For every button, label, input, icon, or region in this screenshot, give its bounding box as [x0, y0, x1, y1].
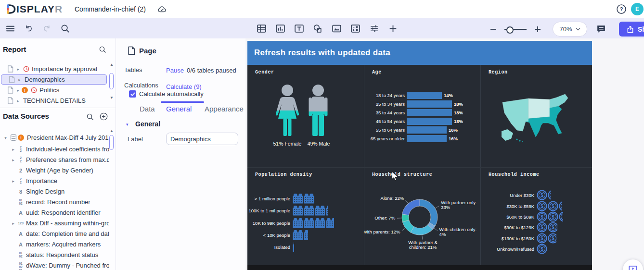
- variable-individual-level-coefficients-from[interactable]: ▸22Individual-level coefficients from: [0, 144, 109, 154]
- logo-d-mark: [5, 3, 16, 15]
- variable-date-completion-time-and-date[interactable]: Adate: Completion time and date: [0, 229, 109, 239]
- insert-shape-button[interactable]: [311, 22, 324, 35]
- report-item-importance-by-approval[interactable]: ▸Importance by approval: [0, 64, 109, 74]
- expand-chevron-icon[interactable]: ▸: [14, 98, 22, 103]
- variable-max-diff-assuming-within-grou[interactable]: ▸123Max Diff - assuming within-grou: [0, 218, 109, 228]
- age-widget[interactable]: Age 18 to 24 years14%25 to 34 years18%35…: [364, 65, 480, 167]
- expand-chevron-icon[interactable]: ▸: [10, 147, 17, 152]
- share-button[interactable]: Share: [619, 22, 644, 37]
- report-item-label: TECHNICAL DETAILS: [23, 97, 109, 104]
- expand-chevron-icon[interactable]: ▸: [14, 67, 22, 72]
- svg-text:$: $: [541, 193, 543, 198]
- tab-appearance[interactable]: Appearance: [205, 105, 244, 113]
- dollar-coin-icon: $: [537, 190, 547, 200]
- calculate-automatically-checkbox[interactable]: [129, 90, 136, 98]
- 60k-to-89k-row: $60K to $89K$$$: [481, 211, 563, 222]
- document-title[interactable]: Commander-in-chief (2): [75, 5, 146, 13]
- category-label: Unknown/Refused: [481, 246, 537, 252]
- tab-general[interactable]: General: [166, 105, 192, 113]
- age-bar-row: 18 to 24 years14%: [364, 91, 453, 99]
- zoom-slider[interactable]: [504, 29, 527, 30]
- text-variable-icon: A: [17, 231, 25, 237]
- scroll-up-arrow[interactable]: ▲: [110, 129, 114, 133]
- female-figure: [276, 85, 299, 136]
- zoom-level-dropdown[interactable]: 70%: [553, 22, 587, 37]
- filters-button[interactable]: [368, 22, 380, 35]
- dollar-coin-icon: $: [559, 211, 563, 222]
- variable-markers-acquired-markers[interactable]: Amarkers: Acquired markers: [0, 239, 109, 249]
- variable-label: uuid: Respondent identifier: [26, 209, 109, 216]
- age-bar: [407, 126, 447, 134]
- insert-text-button[interactable]: [293, 22, 305, 35]
- scroll-up-arrow[interactable]: ▲: [110, 63, 114, 67]
- category-label: 10K to 99K people: [247, 221, 293, 226]
- add-data-source-icon[interactable]: [100, 112, 108, 121]
- svg-text:$: $: [541, 246, 543, 252]
- household-income-widget[interactable]: Household income Under $30K$$$30K to $59…: [481, 167, 592, 265]
- variable-label: status: Respondent status: [26, 251, 109, 258]
- insert-calculation-button[interactable]: [349, 22, 361, 35]
- donut-segment-with-partner-only[interactable]: [420, 199, 438, 226]
- tables-paused-status: 0/6 tables paused: [187, 67, 236, 74]
- collapse-chevron-icon[interactable]: ▾: [2, 135, 9, 140]
- tab-data[interactable]: Data: [140, 105, 155, 113]
- dollar-coin-icon: $: [548, 233, 556, 244]
- building-icon: [326, 218, 334, 228]
- search-button[interactable]: [59, 22, 71, 35]
- report-item-technical-details[interactable]: ▸TECHNICAL DETAILS: [0, 96, 109, 106]
- population-density-widget[interactable]: Population density > 1 million people100…: [247, 167, 364, 265]
- label-input[interactable]: [166, 133, 238, 145]
- region-widget[interactable]: Region: [481, 65, 592, 167]
- hamburger-menu-button[interactable]: [4, 22, 16, 35]
- variable-uuid-respondent-identifier[interactable]: Auuid: Respondent identifier: [0, 208, 109, 218]
- expand-chevron-icon[interactable]: ▸: [10, 158, 17, 162]
- zoom-slider-knob[interactable]: [506, 26, 514, 34]
- dashboard-page[interactable]: Refresh results with updated data Gender…: [247, 41, 592, 270]
- insert-chart-button[interactable]: [274, 22, 286, 35]
- household-structure-widget[interactable]: Household structure With partner only:33…: [364, 167, 480, 265]
- present-button[interactable]: [623, 259, 643, 270]
- pause-link[interactable]: Pause: [166, 67, 184, 74]
- insert-image-button[interactable]: [330, 22, 343, 35]
- comments-button[interactable]: [595, 23, 607, 36]
- main-toolbar: 70% Share: [0, 18, 644, 39]
- building-icon: [315, 218, 325, 228]
- banner-widget[interactable]: Refresh results with updated data: [247, 41, 592, 65]
- add-button[interactable]: [386, 22, 399, 35]
- insert-table-button[interactable]: [255, 22, 268, 35]
- variable-single-design[interactable]: 8Single Design: [0, 186, 109, 196]
- redo-button[interactable]: [40, 22, 53, 35]
- report-item-demographics[interactable]: ▸Demographics: [1, 74, 107, 85]
- expand-chevron-icon[interactable]: ▸: [16, 77, 23, 82]
- expand-chevron-icon[interactable]: ▸: [14, 88, 22, 93]
- category-label: $60K to $89K: [481, 214, 537, 220]
- scroll-down-arrow[interactable]: ▼: [110, 96, 114, 100]
- expand-chevron-icon[interactable]: ▸: [10, 179, 17, 184]
- gender-widget[interactable]: Gender 51% Female 49% Male: [247, 65, 364, 167]
- data-source-root[interactable]: ▾!President Max-Diff 4 July 2017.sa: [0, 133, 109, 143]
- data-sources-scrollbar-thumb[interactable]: [109, 135, 114, 150]
- zoom-out-button[interactable]: [487, 23, 500, 36]
- help-button[interactable]: ?: [616, 4, 627, 14]
- zoom-in-button[interactable]: [531, 23, 544, 36]
- expand-chevron-icon[interactable]: ▸: [10, 221, 17, 226]
- section-chevron-icon[interactable]: ▾: [126, 122, 129, 127]
- zoom-slider-track[interactable]: [504, 29, 527, 30]
- donut-segment-alone[interactable]: [402, 199, 420, 215]
- report-scrollbar-thumb[interactable]: [109, 73, 114, 89]
- variable-weight-age-by-gender[interactable]: 2Weight (Age by Gender): [0, 165, 109, 175]
- report-item-politics[interactable]: ▸!Politics: [0, 85, 109, 95]
- report-search-icon[interactable]: [99, 46, 106, 53]
- variable-importance[interactable]: ▸22Importance: [0, 176, 109, 186]
- building-icon: [293, 242, 294, 252]
- calculate-link[interactable]: Calculate (9): [166, 83, 202, 90]
- avatar[interactable]: E: [631, 3, 644, 15]
- checkbox-label[interactable]: Calculate automatically: [139, 90, 204, 98]
- data-sources-search-icon[interactable]: [86, 113, 94, 121]
- variable-record-record-number[interactable]: 0102record: Record number: [0, 197, 109, 207]
- undo-button[interactable]: [22, 22, 35, 35]
- variable-source-identifier-which-used-th[interactable]: 0102Source: Identifier which used th: [0, 267, 109, 270]
- displayr-logo[interactable]: ISPLAYR: [5, 3, 63, 15]
- variable-status-respondent-status[interactable]: 0102status: Respondent status: [0, 250, 109, 260]
- variable-preference-shares-from-max-diff[interactable]: ▸22Preference shares from max.diff: [0, 155, 109, 165]
